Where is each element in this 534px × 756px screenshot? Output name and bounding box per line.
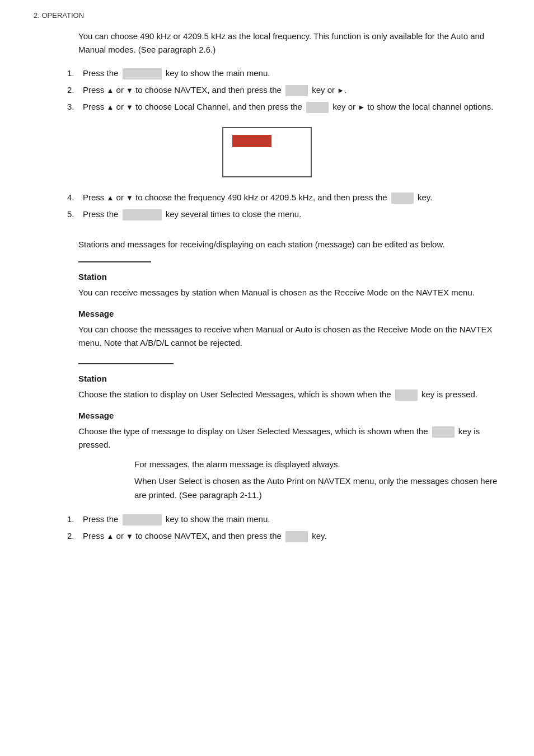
- stations-intro: Stations and messages for receiving/disp…: [78, 238, 500, 251]
- arrow-right-icon-2: ►: [358, 103, 365, 111]
- triangle-up-icon-4: ▲: [107, 532, 114, 541]
- divider-2: [78, 363, 174, 364]
- triangle-up-icon-2: ▲: [107, 103, 114, 111]
- key-placeholder-2: [285, 85, 308, 96]
- arrow-right-icon-1: ►: [337, 86, 344, 95]
- screen-image: [222, 127, 312, 177]
- note-block: For messages, the alarm message is displ…: [134, 457, 500, 503]
- message-desc-2: Choose the type of message to display on…: [78, 425, 500, 452]
- key-placeholder-3: [306, 102, 329, 113]
- key-placeholder-6: [395, 389, 418, 401]
- receive-section: Station You can receive messages by stat…: [78, 261, 500, 350]
- step-1: 1. Press the key to show the main menu.: [67, 67, 500, 80]
- triangle-up-icon: ▲: [107, 86, 114, 95]
- triangle-down-icon-4: ▼: [126, 532, 133, 541]
- message-title-2: Message: [78, 409, 500, 422]
- final-step-1: 1. Press the key to show the main menu.: [67, 513, 500, 526]
- step-4: 4. Press ▲ or ▼ to choose the frequency …: [67, 191, 500, 204]
- screen-highlight: [232, 135, 271, 147]
- key-placeholder-8: [123, 514, 162, 525]
- station-desc-1: You can receive messages by station when…: [78, 286, 500, 299]
- divider-1: [78, 261, 151, 262]
- steps-list-2: 4. Press ▲ or ▼ to choose the frequency …: [67, 191, 500, 221]
- step-5: 5. Press the key several times to close …: [67, 208, 500, 221]
- station-title-1: Station: [78, 270, 500, 284]
- triangle-down-icon-3: ▼: [126, 194, 133, 202]
- section-header: 2. OPERATION: [34, 11, 500, 20]
- message-desc-1: You can choose the messages to receive w…: [78, 323, 500, 350]
- display-section: Station Choose the station to display on…: [78, 363, 500, 503]
- step-3: 3. Press ▲ or ▼ to choose Local Channel,…: [67, 100, 500, 114]
- key-placeholder-5: [123, 209, 162, 220]
- key-placeholder-1: [123, 68, 162, 79]
- key-placeholder-9: [285, 531, 308, 542]
- steps-list-1: 1. Press the key to show the main menu. …: [67, 67, 500, 114]
- triangle-down-icon-2: ▼: [126, 103, 133, 111]
- note-line-1: For messages, the alarm message is displ…: [134, 457, 500, 472]
- triangle-up-icon-3: ▲: [107, 194, 114, 202]
- screenshot-box: [34, 127, 500, 177]
- step-2: 2. Press ▲ or ▼ to choose NAVTEX, and th…: [67, 83, 500, 97]
- message-title-1: Message: [78, 307, 500, 321]
- station-title-2: Station: [78, 372, 500, 386]
- final-step-2: 2. Press ▲ or ▼ to choose NAVTEX, and th…: [67, 529, 500, 543]
- intro-paragraph: You can choose 490 kHz or 4209.5 kHz as …: [78, 30, 500, 57]
- steps-list-3: 1. Press the key to show the main menu. …: [67, 513, 500, 543]
- key-placeholder-4: [391, 192, 414, 204]
- key-placeholder-7: [432, 426, 455, 438]
- triangle-down-icon: ▼: [126, 86, 133, 95]
- station-desc-2: Choose the station to display on User Se…: [78, 388, 500, 401]
- note-line-2: When User Select is chosen as the Auto P…: [134, 474, 500, 503]
